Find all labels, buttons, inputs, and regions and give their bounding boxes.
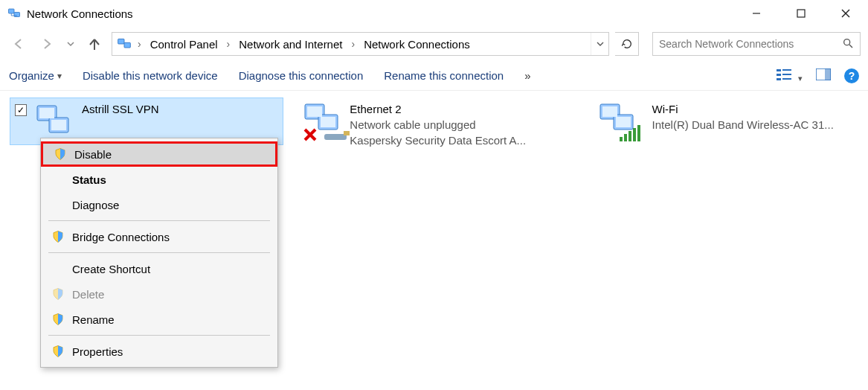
svg-rect-11 bbox=[782, 69, 791, 71]
toolbar-label: Organize bbox=[9, 69, 54, 82]
ctx-separator bbox=[48, 252, 270, 253]
chevron-right-icon: › bbox=[348, 38, 358, 50]
navbar: › Control Panel › Network and Internet ›… bbox=[0, 27, 868, 61]
svg-rect-1 bbox=[14, 13, 20, 17]
help-button[interactable]: ? bbox=[844, 68, 859, 83]
svg-rect-29 bbox=[344, 131, 350, 135]
ctx-properties[interactable]: Properties bbox=[41, 339, 277, 364]
connection-name: Ethernet 2 bbox=[350, 101, 526, 117]
svg-rect-37 bbox=[633, 128, 636, 141]
breadcrumb-item[interactable]: Network Connections bbox=[359, 33, 475, 55]
connection-adapter: Kaspersky Security Data Escort A... bbox=[350, 132, 526, 148]
chevron-right-icon: › bbox=[135, 38, 144, 50]
network-adapter-icon bbox=[34, 101, 74, 141]
breadcrumb-item[interactable]: Control Panel bbox=[146, 33, 222, 55]
svg-rect-10 bbox=[777, 69, 781, 71]
chevron-down-icon: ▾ bbox=[795, 74, 803, 83]
nav-forward-button[interactable] bbox=[36, 33, 58, 55]
ctx-label: Rename bbox=[72, 313, 115, 326]
svg-rect-6 bbox=[118, 39, 124, 44]
ctx-delete: Delete bbox=[41, 281, 277, 307]
svg-rect-32 bbox=[602, 106, 617, 117]
ctx-rename[interactable]: Rename bbox=[41, 307, 277, 332]
svg-rect-24 bbox=[307, 106, 322, 117]
svg-rect-28 bbox=[324, 134, 347, 140]
shield-icon bbox=[51, 345, 65, 358]
chevron-right-icon: › bbox=[224, 38, 234, 50]
context-menu: Disable Status Diagnose Bridge Connectio… bbox=[40, 138, 278, 368]
svg-rect-14 bbox=[777, 78, 781, 80]
shield-icon bbox=[51, 313, 65, 326]
ctx-label: Properties bbox=[72, 345, 123, 358]
refresh-button[interactable] bbox=[615, 32, 639, 56]
overflow-icon: » bbox=[524, 69, 530, 82]
shield-icon bbox=[51, 230, 65, 243]
breadcrumb-dropdown[interactable] bbox=[591, 33, 608, 55]
rename-connection-button[interactable]: Rename this connection bbox=[384, 69, 504, 82]
svg-line-9 bbox=[849, 45, 852, 48]
toolbar: Organize ▾ Disable this network device D… bbox=[0, 61, 868, 91]
window-controls bbox=[734, 0, 868, 27]
network-connections-icon bbox=[7, 7, 21, 20]
nav-recent-dropdown[interactable] bbox=[64, 33, 77, 55]
connection-checkbox[interactable]: ✓ bbox=[15, 104, 27, 116]
window-title: Network Connections bbox=[27, 7, 133, 20]
breadcrumb-item[interactable]: Network and Internet bbox=[234, 33, 347, 55]
ctx-label: Diagnose bbox=[72, 199, 119, 211]
svg-rect-36 bbox=[629, 131, 631, 141]
svg-rect-3 bbox=[797, 10, 805, 17]
network-adapter-icon bbox=[302, 101, 342, 141]
ctx-status[interactable]: Status bbox=[41, 167, 277, 192]
svg-rect-38 bbox=[637, 125, 640, 141]
svg-rect-25 bbox=[321, 117, 335, 127]
svg-rect-7 bbox=[124, 42, 130, 48]
ctx-label: Bridge Connections bbox=[72, 231, 170, 243]
breadcrumb[interactable]: › Control Panel › Network and Internet ›… bbox=[112, 32, 609, 56]
nav-up-button[interactable] bbox=[83, 33, 106, 55]
svg-point-8 bbox=[844, 39, 850, 45]
preview-pane-button[interactable] bbox=[816, 68, 831, 83]
ctx-bridge[interactable]: Bridge Connections bbox=[41, 224, 277, 249]
organize-menu[interactable]: Organize ▾ bbox=[9, 69, 62, 82]
disable-device-button[interactable]: Disable this network device bbox=[83, 69, 218, 82]
shield-icon bbox=[54, 147, 67, 161]
toolbar-label: Diagnose this connection bbox=[239, 69, 364, 82]
ctx-label: Create Shortcut bbox=[72, 263, 150, 275]
view-options-button[interactable]: ▾ bbox=[776, 68, 803, 84]
maximize-button[interactable] bbox=[779, 0, 823, 27]
ctx-label: Status bbox=[72, 173, 106, 186]
connection-name: Wi-Fi bbox=[652, 101, 834, 117]
shield-icon bbox=[51, 287, 65, 301]
svg-rect-35 bbox=[624, 134, 627, 141]
svg-rect-34 bbox=[620, 137, 623, 141]
network-connections-icon bbox=[117, 36, 132, 51]
close-button[interactable] bbox=[823, 0, 868, 27]
connection-adapter: Intel(R) Dual Band Wireless-AC 31... bbox=[652, 117, 834, 132]
chevron-down-icon: ▾ bbox=[57, 71, 62, 81]
search-icon bbox=[842, 37, 854, 51]
svg-rect-33 bbox=[616, 117, 631, 127]
connection-name: Astrill SSL VPN bbox=[82, 101, 159, 117]
connection-status: Network cable unplugged bbox=[350, 117, 526, 132]
toolbar-right: ▾ ? bbox=[776, 68, 859, 84]
ctx-separator bbox=[48, 220, 270, 221]
ctx-diagnose[interactable]: Diagnose bbox=[41, 192, 277, 217]
ctx-create-shortcut[interactable]: Create Shortcut bbox=[41, 256, 277, 281]
svg-rect-21 bbox=[51, 120, 66, 130]
cable-icon bbox=[324, 131, 350, 140]
svg-rect-12 bbox=[777, 74, 781, 76]
ctx-label: Disable bbox=[74, 148, 112, 161]
toolbar-overflow[interactable]: » bbox=[524, 69, 530, 82]
search-input[interactable] bbox=[659, 38, 842, 50]
nav-back-button[interactable] bbox=[7, 33, 30, 55]
toolbar-label: Rename this connection bbox=[384, 69, 504, 82]
svg-rect-20 bbox=[39, 108, 54, 118]
minimize-button[interactable] bbox=[734, 0, 779, 27]
ctx-label: Delete bbox=[72, 288, 104, 301]
connection-item-wifi[interactable]: Wi-Fi Intel(R) Dual Band Wireless-AC 31.… bbox=[593, 98, 858, 144]
svg-rect-17 bbox=[825, 68, 831, 80]
ctx-disable[interactable]: Disable bbox=[41, 141, 277, 167]
search-box[interactable] bbox=[652, 32, 861, 56]
connection-item-ethernet[interactable]: Ethernet 2 Network cable unplugged Kaspe… bbox=[298, 98, 577, 151]
diagnose-connection-button[interactable]: Diagnose this connection bbox=[239, 69, 364, 82]
